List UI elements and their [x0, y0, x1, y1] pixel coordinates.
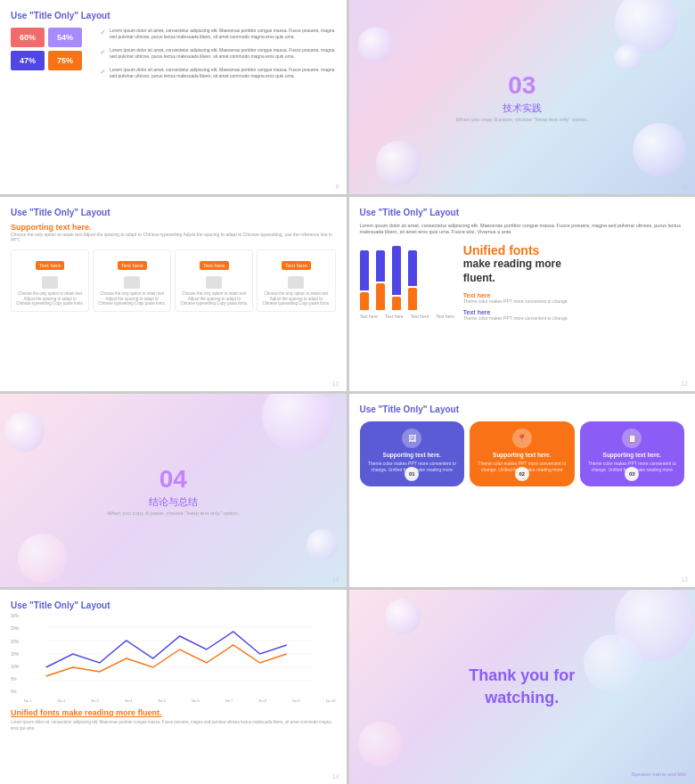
slides-grid: Use "Title Only" Layout 60% 54% 47% 75% … — [0, 0, 695, 784]
slide-6: Use "Title Only" Layout 🖼 Supporting tex… — [349, 394, 696, 588]
y-label-2: 20% — [11, 640, 19, 644]
bubble-5-3 — [4, 412, 45, 452]
support-card-num-0: 01 — [405, 467, 419, 481]
stat-60: 60% — [11, 28, 45, 47]
bubble-5-1 — [262, 394, 333, 452]
bubble-4 — [633, 123, 686, 176]
card-text-3: Choose the only option to retain text Ad… — [262, 291, 330, 307]
x-label-8: No.9 — [292, 698, 299, 703]
check-text-2: Lorem ipsum dolor sit amet, consectetur … — [110, 47, 336, 60]
card-item-0: Text here Choose the only option to reta… — [11, 249, 89, 313]
bar-group-1 — [376, 250, 385, 310]
slide-7-pagenum: 14 — [332, 773, 339, 780]
bar-blue-0 — [360, 250, 369, 290]
x-label-9: No.10 — [326, 698, 336, 703]
line-chart-svg — [24, 614, 335, 694]
x-label-1: No.2 — [58, 698, 65, 703]
unified-title: Unified fonts — [463, 243, 684, 257]
stats-grid: 60% 54% 47% 75% — [11, 28, 82, 70]
slide-7: Use "Title Only" Layout 30% 25% 20% 15% … — [0, 590, 347, 784]
card-text-1: Choose the only option to retain text Ad… — [98, 291, 166, 307]
y-label-3: 15% — [11, 652, 19, 657]
check-icon-3: ✓ — [100, 68, 106, 76]
bar-group-3 — [408, 250, 417, 310]
support-card-2: 📋 Supporting text here. Theme color make… — [580, 421, 685, 486]
slide-4-body: Lorem ipsum dolor sit amet, consectetur … — [360, 223, 685, 236]
stat-47: 47% — [11, 51, 45, 70]
support-card-num-1: 02 — [515, 467, 529, 481]
slide-4-pagenum: 12 — [681, 380, 688, 387]
slide-4-content: Text here Text here Text here Text here … — [360, 243, 685, 326]
label-item-0: Text here Theme color makes PPT more con… — [463, 292, 684, 304]
card-item-1: Text here Choose the only option to reta… — [93, 249, 171, 313]
bar-pink-3 — [408, 288, 417, 310]
slide-3-choose-text: Choose the only option to retain text Ad… — [11, 232, 336, 242]
thank-you-text: Thank you for watching. — [469, 665, 575, 709]
stat-54: 54% — [48, 28, 82, 47]
slide-5-number: 04 — [159, 465, 187, 494]
slide-1-pagenum: 9 — [336, 184, 339, 190]
y-axis-labels: 30% 25% 20% 15% 10% 5% 0% — [11, 614, 20, 694]
check-text-3: Lorem ipsum dolor sit amet, consectetur … — [110, 67, 336, 79]
support-card-num-2: 03 — [625, 467, 639, 481]
slide-6-pagenum: 13 — [681, 576, 688, 583]
slide-3-pagenum: 11 — [332, 380, 339, 387]
slide-3-title: Use "Title Only" Layout — [11, 208, 336, 217]
red-line — [46, 645, 287, 676]
slide-4-right: Unified fonts make reading more fluent. … — [463, 243, 684, 326]
slide-2-subtitle: 技术实践 — [503, 102, 542, 115]
card-item-3: Text here Choose the only option to reta… — [257, 249, 335, 313]
card-title-2: Text here — [200, 261, 229, 270]
bubble-3 — [358, 27, 394, 62]
bar-chart — [360, 243, 454, 310]
card-icon-3 — [288, 276, 304, 289]
bubble-5-4 — [307, 529, 338, 560]
card-icon-circle-0: 🖼 — [402, 429, 421, 448]
support-card-heading-1: Supporting text here. — [475, 452, 569, 458]
bar-pink-0 — [360, 292, 369, 310]
chart-container: 30% 25% 20% 15% 10% 5% 0% — [11, 614, 336, 703]
slide-4-title: Use "Title Only" Layout — [360, 208, 685, 217]
slide-5-desc: When you copy & paste, choose "keep text… — [107, 510, 240, 516]
slide-1: Use "Title Only" Layout 60% 54% 47% 75% … — [0, 0, 347, 194]
slide-3: Use "Title Only" Layout Supporting text … — [0, 197, 347, 391]
card-title-3: Text here — [282, 261, 311, 270]
card-title-0: Text here — [36, 261, 65, 270]
x-label-0: No.1 — [24, 698, 31, 703]
right-labels: Text here Theme color makes PPT more con… — [463, 292, 684, 321]
check-item-2: ✓ Lorem ipsum dolor sit amet, consectetu… — [100, 47, 336, 60]
slide-2-desc: When you copy & paste, choose "keep text… — [455, 117, 588, 122]
y-label-0: 30% — [11, 614, 19, 618]
y-label-5: 5% — [11, 677, 19, 682]
slide-2-pagenum: 10 — [681, 184, 688, 190]
check-icon-2: ✓ — [100, 48, 106, 56]
check-item-3: ✓ Lorem ipsum dolor sit amet, consectetu… — [100, 67, 336, 79]
bubble-8-3 — [358, 722, 403, 766]
check-icon-1: ✓ — [100, 29, 106, 37]
bar-pink-2 — [392, 297, 401, 310]
card-item-2: Text here Choose the only option to reta… — [175, 249, 253, 313]
label-title-0: Text here — [463, 292, 684, 298]
slide-2: 03 技术实践 When you copy & paste, choose "k… — [349, 0, 696, 194]
slide-3-supporting: Supporting text here. — [11, 223, 336, 232]
slide-7-title: Use "Title Only" Layout — [11, 600, 336, 610]
support-card-heading-2: Supporting text here. — [585, 452, 680, 458]
support-card-heading-0: Supporting text here. — [365, 452, 460, 458]
card-title-1: Text here — [118, 261, 147, 270]
label-desc-0: Theme color makes PPT more convenient to… — [463, 298, 684, 304]
label-title-1: Text here — [463, 309, 684, 315]
x-label-3: No.4 — [125, 698, 132, 703]
bar-group-0 — [360, 250, 369, 310]
slide-7-bottom-title: Unified fonts make reading more fluent. — [11, 708, 336, 717]
label-desc-1: Theme color makes PPT more convenient to… — [463, 315, 684, 321]
x-label-7: No.8 — [259, 698, 266, 703]
x-axis-labels: No.1 No.2 No.3 No.4 No.5 No.6 No.7 No.8 … — [24, 698, 335, 703]
speaker-name: Speaker name and title — [631, 772, 686, 777]
bar-blue-3 — [408, 250, 417, 286]
bubble-5 — [615, 45, 642, 71]
x-label-5: No.6 — [192, 698, 199, 703]
y-label-4: 10% — [11, 665, 19, 669]
bubble-8-4 — [385, 599, 421, 634]
bar-group-2 — [392, 246, 401, 310]
support-card-0: 🖼 Supporting text here. Theme color make… — [360, 421, 465, 486]
